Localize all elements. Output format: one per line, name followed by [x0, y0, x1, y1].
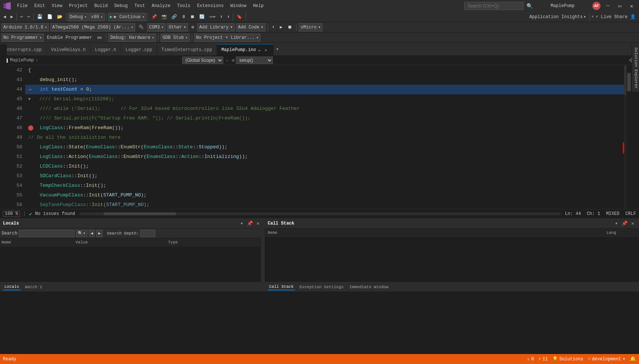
- other-dropdown[interactable]: Other ▾: [167, 23, 188, 31]
- liveshare-person[interactable]: 👤: [628, 13, 638, 21]
- breadcrumb-project[interactable]: MaplePump: [10, 58, 34, 63]
- branch-btn[interactable]: ⑂ development ▾: [588, 356, 625, 362]
- stop-button[interactable]: ⏹: [188, 13, 197, 21]
- menu-tools[interactable]: Tools: [174, 3, 193, 9]
- maximize-button[interactable]: ▭: [615, 2, 624, 10]
- callstack-content[interactable]: [265, 237, 639, 282]
- step-out[interactable]: ⬆: [225, 13, 231, 21]
- menu-view[interactable]: View: [49, 3, 66, 9]
- notifications-btn[interactable]: 🔔: [630, 356, 636, 362]
- tab-valverelays[interactable]: ValveRelays.h: [47, 44, 91, 55]
- search-depth-input[interactable]: [140, 230, 155, 237]
- continue-button[interactable]: ▶ ▶ Continue ▾: [108, 13, 146, 21]
- callstack-dropdown-btn[interactable]: ▾: [613, 220, 620, 227]
- add-library-dropdown[interactable]: Add Library ▾: [197, 23, 234, 31]
- back-button[interactable]: ◀: [1, 13, 8, 21]
- vmicro-dropdown[interactable]: vMicro ▾: [299, 23, 322, 31]
- tab-maplepump[interactable]: MaplePump.ino ✏ ✕: [217, 44, 274, 55]
- solutions-btn[interactable]: 💡 Solutions: [552, 356, 583, 362]
- search-fwd-btn[interactable]: ▶: [96, 230, 103, 237]
- immediate-window-tab[interactable]: Immediate Window: [348, 284, 390, 290]
- hscrollbar-thumb[interactable]: [104, 212, 176, 215]
- liveshare-button[interactable]: ⚡ ⚡ Live Share: [591, 14, 628, 20]
- tab-timedinterrupts[interactable]: TimedInterrupts.cpp: [157, 44, 217, 55]
- forward-button[interactable]: ▶: [9, 13, 15, 21]
- editor-vscrollbar[interactable]: [626, 65, 632, 209]
- port-dropdown[interactable]: COM3 ▾: [147, 23, 165, 31]
- stop-board-button[interactable]: ⏹: [286, 23, 294, 31]
- tab-scroll-right[interactable]: ▾: [274, 43, 281, 55]
- menu-project[interactable]: Project: [66, 3, 90, 9]
- watch1-tab[interactable]: Watch 1: [24, 284, 44, 290]
- upload-button[interactable]: ⬆: [270, 23, 277, 31]
- chip-dropdown[interactable]: ATmega2560 (Mega 2560) (Ar... ▾: [50, 23, 135, 31]
- open-file-button[interactable]: 📂: [55, 13, 64, 21]
- callstack-close-btn[interactable]: ✕: [629, 220, 636, 227]
- code-content[interactable]: { debug_init(); → int testCount = 0; ▼ /…: [25, 65, 632, 209]
- locals-vscrollbar[interactable]: [261, 218, 265, 282]
- tab-loggercpp[interactable]: Logger.cpp: [121, 44, 157, 55]
- search-icon-btn[interactable]: 🔍▾: [76, 230, 87, 237]
- locals-content[interactable]: [0, 246, 264, 282]
- save-button[interactable]: 💾: [35, 13, 44, 21]
- debug-icon3[interactable]: 🔗: [170, 13, 179, 21]
- minimize-button[interactable]: ─: [603, 2, 612, 10]
- application-insights[interactable]: Application Insights ▾: [528, 13, 588, 21]
- fold-45[interactable]: ▼: [28, 94, 31, 104]
- settings-button[interactable]: ⚙: [190, 23, 196, 31]
- menu-debug[interactable]: Debug: [111, 3, 131, 9]
- bookmark-button[interactable]: 🔖: [235, 13, 244, 21]
- redo-button[interactable]: ↪: [26, 13, 32, 21]
- menu-test[interactable]: Test: [131, 3, 148, 9]
- run-button[interactable]: ▶: [278, 23, 284, 31]
- menu-extensions[interactable]: Extensions: [194, 3, 227, 9]
- menu-edit[interactable]: Edit: [31, 3, 48, 9]
- function-dropdown[interactable]: setup(): [236, 57, 273, 64]
- exception-settings-tab[interactable]: Exception Settings: [298, 284, 345, 290]
- locals-close-btn[interactable]: ✕: [255, 220, 261, 227]
- scope-dropdown[interactable]: (Global Scope): [182, 57, 223, 64]
- callstack-tab[interactable]: Call Stack: [268, 284, 295, 290]
- debug-hardware-dropdown[interactable]: Debug: Hardware ▾: [108, 34, 156, 42]
- tab-loggerh[interactable]: Logger.h: [90, 44, 121, 55]
- title-search-input[interactable]: [464, 2, 523, 10]
- locals-dropdown-btn[interactable]: ▾: [238, 220, 245, 227]
- search-back-btn[interactable]: ◀: [89, 230, 95, 237]
- warning-count[interactable]: ⚡ 11: [538, 356, 548, 362]
- menu-help[interactable]: Help: [250, 3, 267, 9]
- menu-file[interactable]: File: [14, 3, 31, 9]
- tab-close-maplepump[interactable]: ✕: [263, 47, 269, 53]
- menu-window[interactable]: Window: [227, 3, 249, 9]
- close-button[interactable]: ✕: [627, 2, 636, 10]
- step-into[interactable]: ⬇: [218, 13, 224, 21]
- restart-button[interactable]: 🔄: [197, 13, 207, 21]
- platform-dropdown[interactable]: x86 ▾: [89, 13, 105, 21]
- locals-tab[interactable]: Locals: [3, 284, 21, 290]
- step-over[interactable]: ⟹: [207, 13, 217, 21]
- locals-search-input[interactable]: [19, 230, 74, 237]
- locals-pin-btn[interactable]: 📌: [247, 220, 253, 227]
- debug-icon1[interactable]: 📌: [150, 13, 159, 21]
- callstack-pin-btn[interactable]: 📌: [621, 220, 628, 227]
- board-dropdown[interactable]: Arduino 1.6/1.8 ▾: [1, 23, 49, 31]
- editor-vscrollbar-thumb[interactable]: [627, 73, 631, 91]
- project-lib-dropdown[interactable]: No Project + Librar... ▾: [194, 34, 260, 42]
- menu-build[interactable]: Build: [91, 3, 111, 9]
- enable-programmer-button[interactable]: Enable Programmer: [45, 34, 94, 42]
- new-file-button[interactable]: 📄: [45, 13, 54, 21]
- editor-area[interactable]: 42 43 44 45 46 47 48 49 50 51 52 53 54 5…: [7, 65, 632, 209]
- breakpoint-48[interactable]: [28, 125, 33, 131]
- debug-config-dropdown[interactable]: Debug ▾: [68, 13, 88, 21]
- zoom-level[interactable]: 100 %: [3, 211, 20, 217]
- hscrollbar[interactable]: [80, 212, 561, 215]
- programmer-dropdown[interactable]: No Programmer ▾: [1, 34, 44, 42]
- error-count[interactable]: ⚠ 0: [527, 356, 534, 362]
- pause-button[interactable]: ⏸: [180, 13, 188, 21]
- menu-analyze[interactable]: Analyze: [149, 3, 173, 9]
- tab-interrupts[interactable]: Interrupts.cpp: [0, 44, 47, 55]
- gdb-stub-dropdown[interactable]: GDB Stub ▾: [161, 34, 190, 42]
- undo-button[interactable]: ↩: [18, 13, 24, 21]
- debug-icon2[interactable]: 📸: [160, 13, 169, 21]
- solution-explorer-tab[interactable]: Solution Explorer: [632, 44, 639, 92]
- add-code-dropdown[interactable]: Add Code ▾: [236, 23, 265, 31]
